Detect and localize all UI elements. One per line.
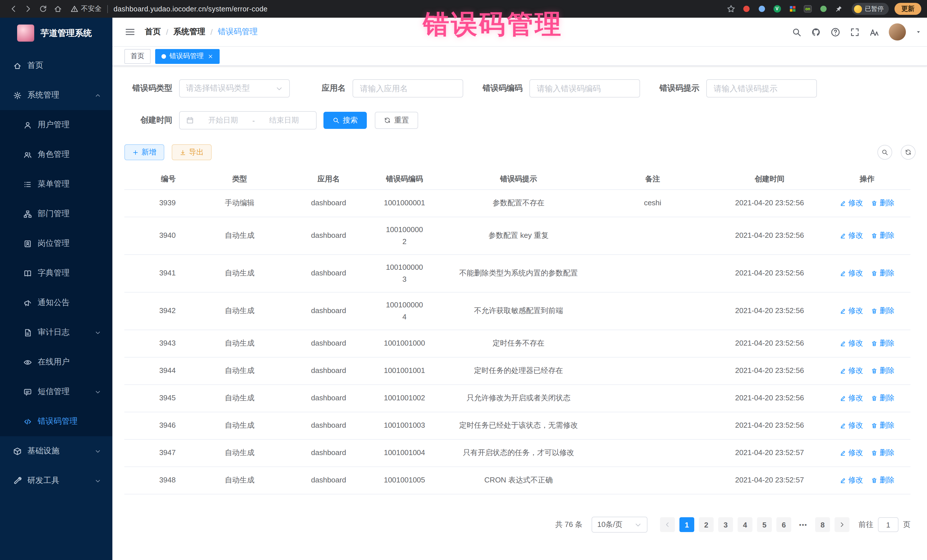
page-button-6[interactable]: 6 bbox=[777, 517, 791, 532]
search-button[interactable]: 搜索 bbox=[324, 112, 367, 129]
back-icon[interactable] bbox=[6, 2, 21, 16]
color-grid-extension-icon[interactable] bbox=[787, 4, 798, 14]
edit-button[interactable]: 修改 bbox=[840, 305, 863, 317]
sidebar-item-home[interactable]: 首页 bbox=[0, 51, 112, 80]
delete-button[interactable]: 删除 bbox=[871, 365, 895, 377]
goto-page-input[interactable] bbox=[878, 517, 898, 532]
edit-button[interactable]: 修改 bbox=[840, 230, 863, 242]
browser-home-icon[interactable] bbox=[50, 2, 65, 16]
cell-time: 2021-04-20 23:52:56 bbox=[715, 392, 824, 404]
app-name-input[interactable] bbox=[353, 79, 463, 97]
delete-button[interactable]: 删除 bbox=[871, 447, 895, 459]
edit-button[interactable]: 修改 bbox=[840, 447, 863, 459]
sidebar-item-post[interactable]: 岗位管理 bbox=[0, 229, 112, 258]
cell-time: 2021-04-20 23:52:56 bbox=[715, 420, 824, 432]
security-chip[interactable]: 不安全 bbox=[71, 4, 102, 14]
update-button[interactable]: 更新 bbox=[895, 3, 921, 15]
user-avatar[interactable] bbox=[889, 23, 906, 41]
fullscreen-icon[interactable] bbox=[850, 27, 860, 37]
green-circle-extension-icon[interactable] bbox=[818, 4, 828, 14]
page-button-8[interactable]: 8 bbox=[815, 517, 830, 532]
help-icon[interactable] bbox=[831, 27, 840, 37]
caret-down-icon[interactable] bbox=[916, 29, 921, 35]
sidebar-item-sms[interactable]: 短信管理 bbox=[0, 377, 112, 407]
filter-app-name: 应用名 bbox=[309, 79, 463, 97]
blue-drop-extension-icon[interactable] bbox=[757, 4, 767, 14]
edit-button[interactable]: 修改 bbox=[840, 392, 863, 404]
delete-label: 删除 bbox=[880, 447, 895, 459]
search-icon[interactable] bbox=[792, 27, 801, 37]
app-logo[interactable]: 芋道管理系统 bbox=[0, 18, 112, 49]
sidebar-item-dept[interactable]: 部门管理 bbox=[0, 199, 112, 229]
cell-time: 2021-04-20 23:52:56 bbox=[715, 230, 824, 242]
breadcrumb-item[interactable]: 首页 bbox=[145, 27, 161, 37]
delete-button[interactable]: 删除 bbox=[871, 420, 895, 432]
reload-icon[interactable] bbox=[35, 2, 50, 16]
delete-button[interactable]: 删除 bbox=[871, 392, 895, 404]
green-v-extension-icon[interactable]: V bbox=[772, 4, 782, 14]
tab-error-code[interactable]: 错误码管理 bbox=[155, 49, 220, 64]
cell-id: 3940 bbox=[125, 230, 184, 242]
cell-id: 3944 bbox=[125, 365, 184, 377]
url-text[interactable]: dashboard.yudao.iocoder.cn/system/error-… bbox=[114, 5, 267, 13]
sidebar-item-online-user[interactable]: 在线用户 bbox=[0, 347, 112, 377]
page-button-1[interactable]: 1 bbox=[679, 517, 694, 532]
sidebar-item-menu[interactable]: 菜单管理 bbox=[0, 169, 112, 199]
page-button-4[interactable]: 4 bbox=[738, 517, 752, 532]
pagination-ellipsis[interactable]: ••• bbox=[796, 521, 811, 528]
refresh-table-button[interactable] bbox=[901, 145, 916, 160]
error-type-select[interactable]: 请选择错误码类型 bbox=[179, 79, 290, 97]
show-search-button[interactable] bbox=[877, 145, 892, 160]
paused-badge[interactable]: 已暂停 bbox=[852, 3, 889, 15]
cell-time: 2021-04-20 23:52:56 bbox=[715, 197, 824, 209]
sidebar-item-infra[interactable]: 基础设施 bbox=[0, 436, 112, 466]
breadcrumb-item[interactable]: 系统管理 bbox=[173, 27, 205, 37]
edit-button[interactable]: 修改 bbox=[840, 267, 863, 279]
page-button-2[interactable]: 2 bbox=[699, 517, 714, 532]
delete-button[interactable]: 删除 bbox=[871, 197, 895, 209]
edit-button[interactable]: 修改 bbox=[840, 338, 863, 349]
sidebar-item-role[interactable]: 角色管理 bbox=[0, 140, 112, 169]
sidebar-item-user[interactable]: 用户管理 bbox=[0, 110, 112, 140]
cell-actions: 修改删除 bbox=[824, 230, 910, 242]
sidebar-item-dev-tool[interactable]: 研发工具 bbox=[0, 466, 112, 496]
export-button[interactable]: 导出 bbox=[172, 144, 212, 160]
sidebar-item-dict[interactable]: 字典管理 bbox=[0, 258, 112, 288]
date-range-picker[interactable]: 开始日期 - 结束日期 bbox=[179, 111, 317, 129]
page-size-select[interactable]: 10条/页 bbox=[591, 517, 647, 533]
cell-code: 100100000 4 bbox=[362, 299, 447, 323]
edit-button[interactable]: 修改 bbox=[840, 420, 863, 432]
forward-icon[interactable] bbox=[21, 2, 35, 16]
sidebar-menu: 首页系统管理用户管理角色管理菜单管理部门管理岗位管理字典管理通知公告审计日志在线… bbox=[0, 49, 112, 496]
delete-button[interactable]: 删除 bbox=[871, 475, 895, 486]
dark-on-extension-icon[interactable]: on bbox=[802, 4, 813, 14]
edit-button[interactable]: 修改 bbox=[840, 365, 863, 377]
hamburger-icon[interactable] bbox=[125, 27, 135, 37]
sidebar-item-system[interactable]: 系统管理 bbox=[0, 80, 112, 110]
reset-button[interactable]: 重置 bbox=[375, 112, 418, 129]
delete-button[interactable]: 删除 bbox=[871, 230, 895, 242]
delete-button[interactable]: 删除 bbox=[871, 338, 895, 349]
font-size-icon[interactable] bbox=[869, 27, 879, 37]
edit-button[interactable]: 修改 bbox=[840, 475, 863, 486]
next-page-button[interactable] bbox=[834, 517, 849, 532]
edit-button[interactable]: 修改 bbox=[840, 197, 863, 209]
red-circle-extension-icon[interactable] bbox=[741, 4, 751, 14]
sidebar-item-error-code[interactable]: 错误码管理 bbox=[0, 407, 112, 436]
sidebar-item-notice[interactable]: 通知公告 bbox=[0, 288, 112, 318]
black-pin-extension-icon[interactable] bbox=[833, 4, 844, 14]
edit-label: 修改 bbox=[848, 475, 863, 486]
delete-button[interactable]: 删除 bbox=[871, 267, 895, 279]
error-hint-input[interactable] bbox=[706, 79, 817, 97]
delete-button[interactable]: 删除 bbox=[871, 305, 895, 317]
sidebar-item-audit-log[interactable]: 审计日志 bbox=[0, 318, 112, 347]
prev-page-button[interactable] bbox=[660, 517, 675, 532]
bookmark-star-icon[interactable] bbox=[727, 5, 736, 13]
github-icon[interactable] bbox=[811, 27, 821, 37]
tab-home[interactable]: 首页 bbox=[125, 49, 150, 64]
add-button[interactable]: 新增 bbox=[125, 144, 164, 160]
error-code-input[interactable] bbox=[529, 79, 640, 97]
close-icon[interactable] bbox=[208, 53, 213, 59]
page-button-5[interactable]: 5 bbox=[757, 517, 772, 532]
page-button-3[interactable]: 3 bbox=[718, 517, 733, 532]
